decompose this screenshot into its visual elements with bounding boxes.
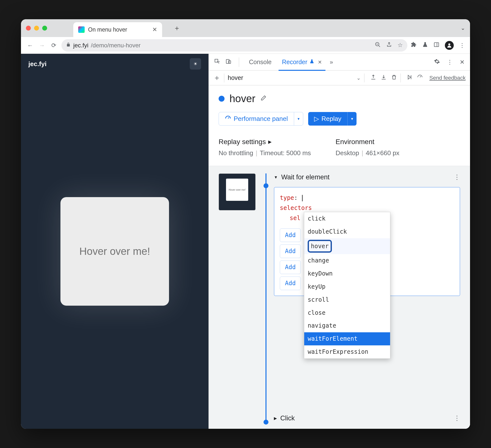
env-size: 461×660 px [366,149,399,157]
bookmark-icon[interactable]: ☆ [397,42,403,49]
more-tabs-icon[interactable]: » [329,58,334,67]
step-thumbnail: Hover over me! [219,173,256,210]
new-recording-button[interactable]: ＋ [213,73,221,83]
share-icon[interactable] [386,42,392,49]
import-icon[interactable] [381,74,387,82]
maximize-window-icon[interactable] [42,26,47,31]
inspect-icon[interactable] [213,57,221,67]
page-header: jec.fyi ☀ [21,54,208,74]
content-area: jec.fyi ☀ Hover over me! Console Recorde… [21,54,470,429]
feedback-link[interactable]: Send feedback [429,75,466,81]
lock-icon [66,42,71,48]
add-button[interactable]: Add [280,244,301,258]
recording-dropdown-icon[interactable]: ⌄ [357,75,361,81]
autocomplete-dropdown: click doubleClick hover change keyDown k… [304,212,390,359]
autocomplete-item[interactable]: close [304,306,390,319]
new-tab-button[interactable]: ＋ [173,23,180,33]
tab-close-icon[interactable]: ✕ [318,59,322,65]
tab-close-icon[interactable]: ✕ [152,26,157,33]
side-panel-icon[interactable] [434,42,439,49]
extension-icons: ⋮ [411,41,465,50]
separator [239,57,239,67]
autocomplete-item[interactable]: click [304,212,390,225]
tabs-dropdown-icon[interactable]: ⌄ [461,25,465,31]
chevron-right-icon: ▶ [268,139,272,145]
tab-recorder[interactable]: Recorder ✕ [279,54,325,71]
zoom-out-icon[interactable] [375,42,381,49]
slow-replay-icon[interactable] [417,74,423,82]
experiments-icon[interactable] [422,42,428,49]
edit-title-icon[interactable] [260,95,267,103]
profile-avatar[interactable] [445,41,454,50]
autocomplete-item[interactable]: waitForExpression [304,345,390,358]
replay-button[interactable]: ▷Replay ▾ [308,112,357,126]
recorder-body: hover Performance panel ▾ ▷Replay ▾ [209,85,470,429]
performance-dropdown-icon[interactable]: ▾ [294,112,303,125]
close-window-icon[interactable] [26,26,31,31]
autocomplete-item-selected[interactable]: waitForElement [304,332,390,345]
toolbar: ← → ⟳ jec.fyi/demo/menu-hover ☆ ⋮ [21,37,470,54]
timeline: Hover over me! ▼ Wait for element ⋮ [209,166,470,429]
step-editor[interactable]: type: selectors sel Add Add Add Add [274,187,460,296]
environment-settings: Environment Desktop | 461×660 px [336,138,399,157]
page-viewport: jec.fyi ☀ Hover over me! [21,54,208,429]
step-header[interactable]: ▼ Wait for element ⋮ [274,173,460,181]
autocomplete-item[interactable]: change [304,254,390,267]
throttling-value: No throttling [219,149,253,157]
browser-tab[interactable]: On menu hover ✕ [73,22,162,37]
svg-rect-5 [228,61,231,63]
separator [400,74,401,82]
export-icon[interactable] [370,74,376,82]
tab-title: On menu hover [88,26,149,33]
action-buttons: Performance panel ▾ ▷Replay ▾ [219,112,460,126]
window-controls [26,26,47,31]
recording-name: hover [228,74,243,81]
hover-card[interactable]: Hover over me! [60,197,169,306]
devtools-close-icon[interactable]: ✕ [459,58,466,67]
separator [364,74,364,82]
delete-icon[interactable] [391,74,397,82]
browser-menu-icon[interactable]: ⋮ [459,42,465,49]
text-cursor [302,195,303,201]
autocomplete-item-highlighted[interactable]: hover [304,238,390,254]
step-menu-icon[interactable]: ⋮ [454,414,460,422]
titlebar: On menu hover ✕ ＋ ⌄ [21,19,470,37]
autocomplete-item[interactable]: navigate [304,319,390,332]
device-toggle-icon[interactable] [225,57,232,67]
tab-console[interactable]: Console [246,54,275,71]
env-device: Desktop [336,149,359,157]
autocomplete-item[interactable]: scroll [304,293,390,306]
devtools-menu-icon[interactable]: ⋮ [446,58,454,67]
url-domain: jec.fyi [73,42,88,49]
replay-dropdown-icon[interactable]: ▾ [347,112,357,126]
settings-row: Replay settings▶ No throttling | Timeout… [219,138,460,157]
recorder-toolbar: ＋ hover ⌄ Send feedback [209,71,470,85]
reload-button[interactable]: ⟳ [50,41,58,50]
step-menu-icon[interactable]: ⋮ [454,173,460,181]
autocomplete-item[interactable]: keyUp [304,280,390,293]
add-button[interactable]: Add [280,228,301,242]
step-icon[interactable] [407,74,413,82]
favicon-icon [78,26,85,33]
page-body: Hover over me! [21,74,208,429]
devtools-tab-bar: Console Recorder ✕ » ⋮ ✕ [209,54,470,71]
forward-button[interactable]: → [38,41,46,50]
theme-toggle-button[interactable]: ☀ [190,58,201,70]
timeout-value: Timeout: 5000 ms [260,149,311,157]
replay-settings[interactable]: Replay settings▶ No throttling | Timeout… [219,138,311,157]
back-button[interactable]: ← [26,41,34,50]
svg-rect-4 [226,59,229,63]
address-bar[interactable]: jec.fyi/demo/menu-hover ☆ [61,39,407,52]
add-button[interactable]: Add [280,261,301,274]
record-dot-icon [219,96,225,102]
settings-icon[interactable] [433,57,441,67]
step-header-collapsed[interactable]: ▶ Click ⋮ [274,414,460,422]
autocomplete-item[interactable]: doubleClick [304,225,390,238]
extensions-icon[interactable] [411,42,417,49]
autocomplete-item[interactable]: keyDown [304,267,390,280]
step-title: Click [280,414,295,422]
add-button[interactable]: Add [280,277,301,290]
minimize-window-icon[interactable] [34,26,39,31]
performance-panel-button[interactable]: Performance panel ▾ [219,112,303,126]
recording-title-row: hover [219,93,460,105]
